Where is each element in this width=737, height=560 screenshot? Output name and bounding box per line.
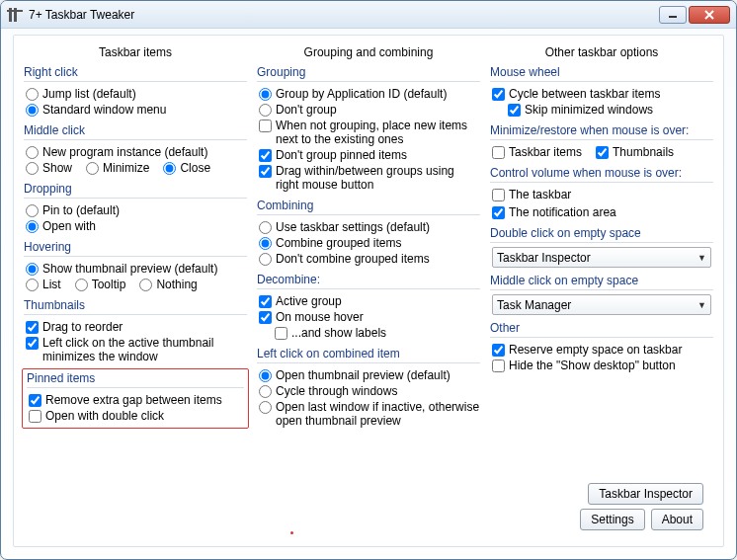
column-other-options: Other taskbar options Mouse wheel Cycle …	[488, 43, 715, 538]
radio-group-by-appid[interactable]	[259, 88, 272, 101]
check-reserve-empty-space[interactable]	[492, 344, 505, 357]
settings-button[interactable]: Settings	[580, 509, 644, 530]
app-icon	[7, 7, 23, 23]
window-buttons	[657, 6, 730, 24]
radio-show[interactable]	[26, 162, 39, 175]
close-button[interactable]	[689, 6, 730, 24]
radio-dont-group[interactable]	[259, 104, 272, 117]
group-dblclick-empty: Double click on empty space	[490, 226, 715, 240]
radio-standard-window-menu[interactable]	[26, 104, 39, 117]
group-dropping: Dropping	[24, 182, 249, 196]
app-window: 7+ Taskbar Tweaker Taskbar items Right c…	[0, 0, 737, 560]
check-place-new-next[interactable]	[259, 120, 272, 132]
radio-cycle-windows[interactable]	[259, 385, 272, 398]
check-the-taskbar[interactable]	[492, 189, 505, 201]
chevron-down-icon: ▼	[697, 300, 706, 310]
svg-rect-3	[669, 16, 677, 18]
col3-title: Other taskbar options	[488, 45, 715, 59]
dropdown-midclick[interactable]: Task Manager ▼	[492, 294, 711, 315]
check-open-double-click[interactable]	[29, 410, 41, 423]
check-remove-extra-gap[interactable]	[29, 394, 41, 407]
group-leftclick-combined: Left click on combined item	[257, 347, 482, 360]
group-midclick-empty: Middle click on empty space	[490, 274, 715, 287]
taskbar-inspector-button[interactable]: Taskbar Inspector	[588, 483, 703, 505]
group-hovering: Hovering	[24, 240, 249, 254]
dropdown-midclick-value: Task Manager	[497, 298, 571, 312]
check-leftclick-thumbnail-minimize[interactable]	[26, 337, 39, 350]
client-area: Taskbar items Right click Jump list (def…	[13, 35, 724, 547]
group-middle-click: Middle click	[24, 123, 249, 137]
check-taskbar-items[interactable]	[492, 146, 505, 159]
radio-show-thumbnail-preview[interactable]	[26, 263, 39, 276]
check-cycle-taskbar-items[interactable]	[492, 88, 505, 101]
col2-title: Grouping and combining	[255, 45, 482, 59]
window-title: 7+ Taskbar Tweaker	[29, 8, 134, 22]
group-pinned-items: Pinned items	[27, 371, 246, 385]
radio-close[interactable]	[163, 162, 176, 175]
check-hide-show-desktop[interactable]	[492, 360, 505, 372]
check-active-group[interactable]	[259, 295, 272, 308]
minimize-button[interactable]	[659, 6, 687, 24]
column-grouping-combining: Grouping and combining Grouping Group by…	[255, 43, 482, 538]
check-dont-group-pinned[interactable]	[259, 149, 272, 162]
col1-title: Taskbar items	[22, 45, 249, 59]
check-notification-area[interactable]	[492, 206, 505, 219]
group-minimize-restore: Minimize/restore when mouse is over:	[490, 123, 715, 137]
radio-nothing[interactable]	[139, 279, 152, 291]
column-taskbar-items: Taskbar items Right click Jump list (def…	[22, 43, 249, 538]
check-drag-within-groups[interactable]	[259, 165, 272, 178]
about-button[interactable]: About	[651, 509, 703, 530]
radio-pin-to[interactable]	[26, 204, 39, 217]
group-mouse-wheel: Mouse wheel	[490, 65, 715, 79]
radio-tooltip[interactable]	[75, 279, 88, 291]
bottom-buttons: Taskbar Inspector Settings About	[580, 479, 707, 530]
check-thumbnails[interactable]	[596, 146, 609, 159]
dropdown-dblclick-value: Taskbar Inspector	[497, 251, 591, 265]
group-decombine: Decombine:	[257, 273, 482, 286]
radio-combine-grouped[interactable]	[259, 237, 272, 250]
group-grouping: Grouping	[257, 65, 482, 79]
check-on-mouse-hover[interactable]	[259, 311, 272, 324]
group-control-volume: Control volume when mouse is over:	[490, 166, 715, 180]
check-skip-minimized[interactable]	[508, 104, 521, 117]
radio-use-taskbar-settings[interactable]	[259, 221, 272, 234]
annotation-dot	[290, 531, 293, 534]
radio-dont-combine-grouped[interactable]	[259, 253, 272, 266]
titlebar[interactable]: 7+ Taskbar Tweaker	[1, 1, 736, 29]
check-and-show-labels[interactable]	[275, 327, 287, 340]
pinned-items-highlight: Pinned items Remove extra gap between it…	[22, 368, 249, 429]
chevron-down-icon: ▼	[697, 253, 706, 263]
group-other: Other	[490, 321, 715, 335]
radio-jump-list[interactable]	[26, 88, 39, 101]
group-right-click: Right click	[24, 65, 249, 79]
radio-new-program-instance[interactable]	[26, 146, 39, 159]
radio-open-thumbnail-preview[interactable]	[259, 369, 272, 382]
check-drag-to-reorder[interactable]	[26, 321, 39, 334]
radio-minimize[interactable]	[86, 162, 99, 175]
radio-list[interactable]	[26, 279, 39, 291]
svg-rect-2	[7, 10, 23, 12]
radio-open-with[interactable]	[26, 220, 39, 233]
group-combining: Combining	[257, 199, 482, 212]
radio-open-last-window[interactable]	[259, 401, 272, 414]
dropdown-dblclick[interactable]: Taskbar Inspector ▼	[492, 247, 711, 268]
group-thumbnails: Thumbnails	[24, 298, 249, 312]
